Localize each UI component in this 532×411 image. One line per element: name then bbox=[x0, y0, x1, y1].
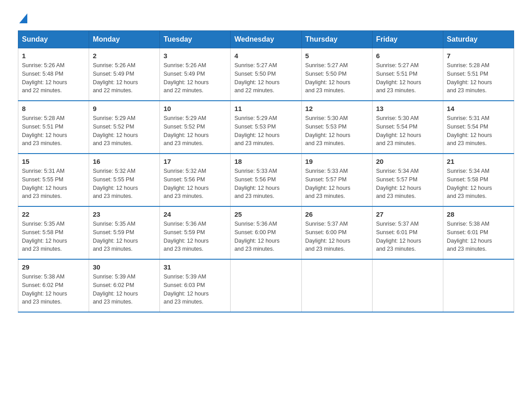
day-info: Sunrise: 5:28 AMSunset: 5:51 PMDaylight:… bbox=[22, 115, 67, 146]
day-number: 6 bbox=[376, 52, 439, 60]
calendar-week-row: 15 Sunrise: 5:31 AMSunset: 5:55 PMDaylig… bbox=[18, 154, 514, 206]
calendar-cell: 27 Sunrise: 5:37 AMSunset: 6:01 PMDaylig… bbox=[372, 206, 443, 259]
day-info: Sunrise: 5:26 AMSunset: 5:49 PMDaylight:… bbox=[163, 62, 209, 94]
day-number: 10 bbox=[163, 105, 227, 112]
calendar-cell: 7 Sunrise: 5:28 AMSunset: 5:51 PMDayligh… bbox=[443, 48, 514, 101]
day-number: 9 bbox=[93, 105, 156, 112]
day-number: 5 bbox=[305, 52, 369, 60]
calendar-cell: 28 Sunrise: 5:38 AMSunset: 6:01 PMDaylig… bbox=[443, 206, 514, 259]
day-info: Sunrise: 5:32 AMSunset: 5:55 PMDaylight:… bbox=[93, 168, 138, 199]
day-number: 27 bbox=[376, 210, 439, 218]
calendar-cell: 20 Sunrise: 5:34 AMSunset: 5:57 PMDaylig… bbox=[372, 154, 443, 206]
day-info: Sunrise: 5:35 AMSunset: 5:59 PMDaylight:… bbox=[93, 221, 138, 252]
calendar-cell: 26 Sunrise: 5:37 AMSunset: 6:00 PMDaylig… bbox=[301, 206, 372, 259]
day-info: Sunrise: 5:26 AMSunset: 5:48 PMDaylight:… bbox=[22, 62, 67, 94]
calendar-cell: 5 Sunrise: 5:27 AMSunset: 5:50 PMDayligh… bbox=[301, 48, 372, 101]
calendar-cell: 2 Sunrise: 5:26 AMSunset: 5:49 PMDayligh… bbox=[89, 48, 160, 101]
day-info: Sunrise: 5:35 AMSunset: 5:58 PMDaylight:… bbox=[22, 221, 67, 252]
calendar-cell: 29 Sunrise: 5:38 AMSunset: 6:02 PMDaylig… bbox=[18, 259, 89, 312]
day-number: 2 bbox=[93, 52, 156, 60]
day-number: 31 bbox=[163, 263, 227, 271]
calendar-cell: 3 Sunrise: 5:26 AMSunset: 5:49 PMDayligh… bbox=[160, 48, 231, 101]
calendar-cell: 18 Sunrise: 5:33 AMSunset: 5:56 PMDaylig… bbox=[231, 154, 301, 206]
calendar-cell: 19 Sunrise: 5:33 AMSunset: 5:57 PMDaylig… bbox=[301, 154, 372, 206]
calendar-week-row: 22 Sunrise: 5:35 AMSunset: 5:58 PMDaylig… bbox=[18, 206, 514, 259]
calendar-cell: 14 Sunrise: 5:31 AMSunset: 5:54 PMDaylig… bbox=[443, 101, 514, 154]
calendar-week-row: 1 Sunrise: 5:26 AMSunset: 5:48 PMDayligh… bbox=[18, 48, 514, 101]
logo bbox=[18, 13, 27, 23]
page-header bbox=[18, 13, 514, 23]
day-info: Sunrise: 5:32 AMSunset: 5:56 PMDaylight:… bbox=[163, 168, 209, 199]
day-number: 1 bbox=[22, 52, 85, 60]
day-info: Sunrise: 5:37 AMSunset: 6:01 PMDaylight:… bbox=[376, 221, 421, 252]
day-number: 3 bbox=[163, 52, 227, 60]
day-number: 23 bbox=[93, 210, 156, 218]
calendar-cell: 24 Sunrise: 5:36 AMSunset: 5:59 PMDaylig… bbox=[160, 206, 231, 259]
svg-marker-0 bbox=[19, 13, 27, 23]
logo-triangle-icon bbox=[19, 13, 27, 23]
weekday-header-tuesday: Tuesday bbox=[160, 31, 231, 48]
day-number: 24 bbox=[163, 210, 227, 218]
calendar-cell bbox=[372, 259, 443, 312]
calendar-cell: 13 Sunrise: 5:30 AMSunset: 5:54 PMDaylig… bbox=[372, 101, 443, 154]
calendar-cell: 22 Sunrise: 5:35 AMSunset: 5:58 PMDaylig… bbox=[18, 206, 89, 259]
day-number: 7 bbox=[447, 52, 510, 60]
day-info: Sunrise: 5:29 AMSunset: 5:52 PMDaylight:… bbox=[163, 115, 209, 146]
day-info: Sunrise: 5:34 AMSunset: 5:57 PMDaylight:… bbox=[376, 168, 421, 199]
calendar-cell: 4 Sunrise: 5:27 AMSunset: 5:50 PMDayligh… bbox=[231, 48, 301, 101]
logo-content bbox=[18, 13, 27, 23]
day-number: 11 bbox=[234, 105, 297, 112]
day-number: 30 bbox=[93, 263, 156, 271]
calendar-cell: 17 Sunrise: 5:32 AMSunset: 5:56 PMDaylig… bbox=[160, 154, 231, 206]
day-info: Sunrise: 5:39 AMSunset: 6:03 PMDaylight:… bbox=[163, 274, 209, 305]
calendar-header-row: SundayMondayTuesdayWednesdayThursdayFrid… bbox=[18, 31, 514, 48]
day-number: 22 bbox=[22, 210, 85, 218]
day-info: Sunrise: 5:38 AMSunset: 6:02 PMDaylight:… bbox=[22, 274, 67, 305]
day-info: Sunrise: 5:33 AMSunset: 5:56 PMDaylight:… bbox=[234, 168, 279, 199]
weekday-header-wednesday: Wednesday bbox=[231, 31, 301, 48]
day-info: Sunrise: 5:29 AMSunset: 5:53 PMDaylight:… bbox=[234, 115, 279, 146]
day-number: 21 bbox=[447, 158, 510, 165]
calendar-week-row: 8 Sunrise: 5:28 AMSunset: 5:51 PMDayligh… bbox=[18, 101, 514, 154]
day-number: 25 bbox=[234, 210, 297, 218]
calendar-cell: 21 Sunrise: 5:34 AMSunset: 5:58 PMDaylig… bbox=[443, 154, 514, 206]
day-number: 8 bbox=[22, 105, 85, 112]
day-number: 13 bbox=[376, 105, 439, 112]
day-info: Sunrise: 5:38 AMSunset: 6:01 PMDaylight:… bbox=[447, 221, 492, 252]
calendar-cell bbox=[443, 259, 514, 312]
weekday-header-friday: Friday bbox=[372, 31, 443, 48]
calendar-cell: 15 Sunrise: 5:31 AMSunset: 5:55 PMDaylig… bbox=[18, 154, 89, 206]
calendar-cell: 23 Sunrise: 5:35 AMSunset: 5:59 PMDaylig… bbox=[89, 206, 160, 259]
calendar-cell: 1 Sunrise: 5:26 AMSunset: 5:48 PMDayligh… bbox=[18, 48, 89, 101]
day-number: 28 bbox=[447, 210, 510, 218]
day-info: Sunrise: 5:28 AMSunset: 5:51 PMDaylight:… bbox=[447, 62, 492, 94]
day-number: 12 bbox=[305, 105, 369, 112]
day-number: 18 bbox=[234, 158, 297, 165]
day-info: Sunrise: 5:31 AMSunset: 5:55 PMDaylight:… bbox=[22, 168, 67, 199]
day-number: 29 bbox=[22, 263, 85, 271]
calendar-cell: 31 Sunrise: 5:39 AMSunset: 6:03 PMDaylig… bbox=[160, 259, 231, 312]
day-info: Sunrise: 5:27 AMSunset: 5:50 PMDaylight:… bbox=[234, 62, 279, 94]
day-info: Sunrise: 5:36 AMSunset: 6:00 PMDaylight:… bbox=[234, 221, 279, 252]
weekday-header-sunday: Sunday bbox=[18, 31, 89, 48]
calendar-cell: 11 Sunrise: 5:29 AMSunset: 5:53 PMDaylig… bbox=[231, 101, 301, 154]
day-info: Sunrise: 5:30 AMSunset: 5:54 PMDaylight:… bbox=[376, 115, 421, 146]
day-info: Sunrise: 5:27 AMSunset: 5:51 PMDaylight:… bbox=[376, 62, 421, 94]
calendar-cell: 25 Sunrise: 5:36 AMSunset: 6:00 PMDaylig… bbox=[231, 206, 301, 259]
calendar-cell: 12 Sunrise: 5:30 AMSunset: 5:53 PMDaylig… bbox=[301, 101, 372, 154]
weekday-header-thursday: Thursday bbox=[301, 31, 372, 48]
calendar-cell: 9 Sunrise: 5:29 AMSunset: 5:52 PMDayligh… bbox=[89, 101, 160, 154]
day-info: Sunrise: 5:26 AMSunset: 5:49 PMDaylight:… bbox=[93, 62, 138, 94]
day-number: 4 bbox=[234, 52, 297, 60]
day-info: Sunrise: 5:30 AMSunset: 5:53 PMDaylight:… bbox=[305, 115, 351, 146]
calendar-cell: 8 Sunrise: 5:28 AMSunset: 5:51 PMDayligh… bbox=[18, 101, 89, 154]
day-number: 26 bbox=[305, 210, 369, 218]
calendar-table: SundayMondayTuesdayWednesdayThursdayFrid… bbox=[18, 30, 514, 313]
calendar-cell bbox=[301, 259, 372, 312]
weekday-header-saturday: Saturday bbox=[443, 31, 514, 48]
day-number: 14 bbox=[447, 105, 510, 112]
calendar-cell: 30 Sunrise: 5:39 AMSunset: 6:02 PMDaylig… bbox=[89, 259, 160, 312]
calendar-week-row: 29 Sunrise: 5:38 AMSunset: 6:02 PMDaylig… bbox=[18, 259, 514, 312]
day-number: 15 bbox=[22, 158, 85, 165]
day-number: 20 bbox=[376, 158, 439, 165]
